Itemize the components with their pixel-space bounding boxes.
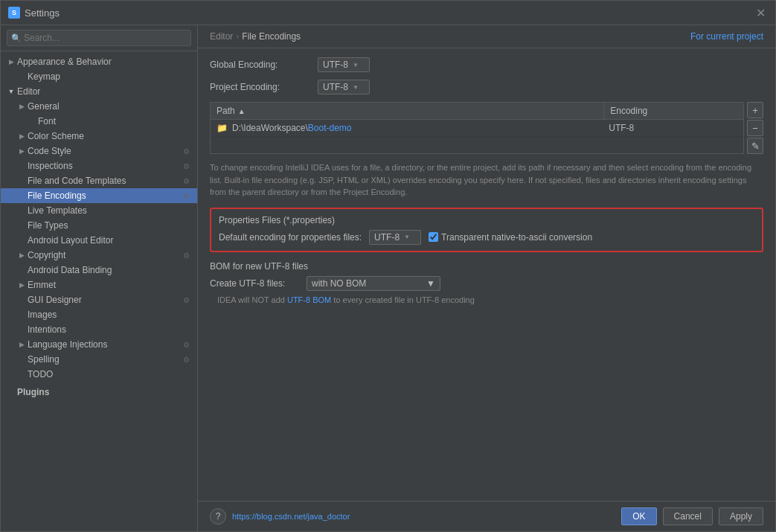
- sidebar-item-editor[interactable]: ▼ Editor: [1, 84, 197, 99]
- ok-button[interactable]: OK: [621, 507, 656, 525]
- sidebar-item-code-style[interactable]: ▶ Code Style ⚙: [1, 144, 197, 158]
- sidebar-label-file-types: File Types: [28, 220, 191, 231]
- sidebar-label-plugins: Plugins: [17, 387, 191, 397]
- arrow-placeholder-plugins: [7, 388, 16, 397]
- sidebar-item-general[interactable]: ▶ General: [1, 99, 197, 114]
- transparent-checkbox-text: Transparent native-to-ascii conversion: [441, 232, 592, 243]
- arrow-placeholder-ft: [17, 221, 26, 230]
- arrow-placeholder-img: [17, 310, 26, 319]
- apply-button[interactable]: Apply: [719, 507, 763, 525]
- cancel-button[interactable]: Cancel: [663, 507, 713, 525]
- sort-arrow-icon: ▲: [238, 107, 246, 115]
- sidebar-item-language-injections[interactable]: ▶ Language Injections ⚙: [1, 337, 197, 352]
- table-side-buttons: + − ✎: [744, 102, 763, 154]
- table-header-path[interactable]: Path ▲: [211, 103, 603, 119]
- sidebar-label-images: Images: [28, 310, 191, 320]
- arrow-icon-general: ▶: [17, 102, 26, 111]
- arrow-placeholder-int: [17, 325, 26, 334]
- transparent-checkbox-label[interactable]: Transparent native-to-ascii conversion: [429, 232, 592, 243]
- add-path-button[interactable]: +: [747, 102, 763, 118]
- sidebar-label-gui-designer: GUI Designer: [28, 295, 179, 305]
- search-input[interactable]: [7, 30, 191, 46]
- for-current-project-link[interactable]: For current project: [690, 31, 763, 42]
- sidebar-label-android-data-binding: Android Data Binding: [28, 265, 191, 275]
- content-area: Global Encoding: UTF-8 ▼ Project Encodin…: [198, 48, 775, 501]
- gear-icon-li: ⚙: [181, 339, 191, 350]
- sidebar-item-android-layout-editor[interactable]: Android Layout Editor: [1, 233, 197, 248]
- sidebar-item-copyright[interactable]: ▶ Copyright ⚙: [1, 248, 197, 263]
- arrow-placeholder-todo: [17, 370, 26, 379]
- folder-icon: 📁: [217, 123, 228, 133]
- remove-path-button[interactable]: −: [747, 120, 763, 136]
- dropdown-arrow-global: ▼: [353, 62, 359, 68]
- close-button[interactable]: ✕: [753, 5, 768, 20]
- sidebar-item-images[interactable]: Images: [1, 307, 197, 322]
- arrow-placeholder-adb: [17, 266, 26, 275]
- breadcrumb-file-encodings: File Encodings: [242, 31, 301, 42]
- sidebar-item-font[interactable]: Font: [1, 114, 197, 129]
- sidebar-item-todo[interactable]: TODO: [1, 367, 197, 382]
- sidebar-item-plugins[interactable]: Plugins: [1, 385, 197, 400]
- sidebar-item-intentions[interactable]: Intentions: [1, 322, 197, 337]
- sidebar-item-emmet[interactable]: ▶ Emmet: [1, 278, 197, 292]
- project-encoding-dropdown[interactable]: UTF-8 ▼: [318, 80, 370, 94]
- sidebar-label-live-templates: Live Templates: [28, 205, 191, 216]
- sidebar-item-appearance[interactable]: ▶ Appearance & Behavior: [1, 54, 197, 69]
- sidebar-item-keymap[interactable]: Keymap: [1, 69, 197, 84]
- settings-dialog: S Settings ✕ 🔍 ▶ Appearance & Behavior: [0, 0, 776, 532]
- dropdown-arrow-bom: ▼: [426, 278, 435, 289]
- search-wrapper: 🔍: [7, 30, 191, 46]
- table-header-encoding[interactable]: Encoding: [603, 103, 743, 119]
- encoding-cell: UTF-8: [602, 123, 737, 133]
- transparent-checkbox[interactable]: [429, 232, 438, 242]
- bom-title: BOM for new UTF-8 files: [210, 261, 763, 272]
- arrow-icon-codestyle: ▶: [17, 147, 26, 156]
- sidebar-label-intentions: Intentions: [28, 324, 191, 335]
- arrow-icon: ▶: [7, 57, 16, 66]
- search-icon: 🔍: [11, 33, 22, 43]
- title-bar: S Settings ✕: [1, 1, 775, 25]
- default-encoding-label: Default encoding for properties files:: [219, 232, 362, 243]
- sidebar-item-file-encodings[interactable]: File Encodings ⚙: [1, 188, 197, 203]
- sidebar-item-gui-designer[interactable]: GUI Designer ⚙: [1, 292, 197, 307]
- breadcrumb: Editor › File Encodings For current proj…: [198, 25, 775, 48]
- sidebar-item-file-types[interactable]: File Types: [1, 218, 197, 233]
- path-table: Path ▲ Encoding 📁 D:\IdeaWorkspace\Boot-…: [210, 102, 744, 154]
- sidebar-label-color-scheme: Color Scheme: [28, 131, 191, 141]
- arrow-placeholder-ale: [17, 236, 26, 245]
- arrow-icon-copyright: ▶: [17, 251, 26, 260]
- bom-info-prefix: IDEA will NOT add: [217, 295, 287, 304]
- bom-create-dropdown[interactable]: with NO BOM ▼: [307, 276, 440, 291]
- sidebar-label-file-encodings: File Encodings: [28, 190, 179, 201]
- properties-title: Properties Files (*.properties): [219, 215, 754, 225]
- sidebar-label-code-style: Code Style: [28, 146, 179, 156]
- sidebar-item-spelling[interactable]: Spelling ⚙: [1, 352, 197, 367]
- global-encoding-row: Global Encoding: UTF-8 ▼: [210, 57, 763, 72]
- gear-icon-inspections: ⚙: [181, 161, 191, 171]
- properties-encoding-dropdown[interactable]: UTF-8 ▼: [369, 230, 421, 245]
- info-text: To change encoding IntelliJ IDEA uses fo…: [210, 161, 763, 199]
- path-cell: 📁 D:\IdeaWorkspace\Boot-demo: [217, 123, 602, 133]
- arrow-placeholder-fct: [17, 176, 26, 185]
- sidebar-item-live-templates[interactable]: Live Templates: [1, 203, 197, 218]
- search-box: 🔍: [1, 25, 197, 51]
- sidebar-item-file-code-templates[interactable]: File and Code Templates ⚙: [1, 173, 197, 188]
- bom-create-value: with NO BOM: [312, 278, 366, 289]
- arrow-placeholder-font: [28, 117, 36, 126]
- sidebar-item-color-scheme[interactable]: ▶ Color Scheme: [1, 129, 197, 144]
- arrow-placeholder-gui: [17, 295, 26, 304]
- global-encoding-dropdown[interactable]: UTF-8 ▼: [318, 57, 370, 72]
- table-row[interactable]: 📁 D:\IdeaWorkspace\Boot-demo UTF-8: [211, 120, 743, 137]
- window-title: Settings: [25, 7, 60, 19]
- sidebar: 🔍 ▶ Appearance & Behavior Keymap ▼: [1, 25, 198, 531]
- global-encoding-label: Global Encoding:: [210, 60, 318, 70]
- properties-row: Default encoding for properties files: U…: [219, 230, 754, 245]
- bom-info-link[interactable]: UTF-8 BOM: [287, 295, 331, 304]
- help-button[interactable]: ?: [210, 508, 226, 525]
- title-bar-left: S Settings: [8, 7, 60, 19]
- edit-path-button[interactable]: ✎: [747, 138, 763, 154]
- sidebar-item-inspections[interactable]: Inspections ⚙: [1, 158, 197, 173]
- nav-tree: ▶ Appearance & Behavior Keymap ▼ Editor …: [1, 51, 197, 403]
- sidebar-item-android-data-binding[interactable]: Android Data Binding: [1, 263, 197, 278]
- gear-icon-codestyle: ⚙: [181, 146, 191, 156]
